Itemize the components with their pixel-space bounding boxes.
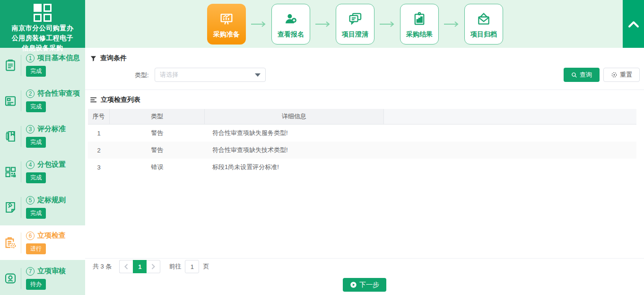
sidebar-item-project-check[interactable]: 6 立项检查 进行	[0, 225, 85, 260]
check-list-table: 序号 类型 详细信息 1 警告 符合性审查项缺失服务类型! 2 警告 符合性审查…	[88, 109, 636, 176]
workflow-step-label: 项目归档	[470, 30, 497, 39]
checklist-gear-icon	[0, 236, 21, 250]
workflow-steps: 采购准备 查看报名	[207, 4, 503, 45]
app-logo-icon	[34, 4, 52, 22]
step-number: 2	[26, 89, 35, 98]
list-icon	[90, 97, 97, 103]
status-badge: 完成	[26, 208, 46, 219]
id-card-icon	[0, 94, 21, 108]
next-step-button[interactable]: 下一步	[343, 278, 386, 292]
step-number: 1	[26, 54, 35, 63]
table-row: 2 警告 符合性审查项缺失技术类型!	[88, 142, 636, 159]
status-badge: 进行	[26, 243, 46, 254]
clipboard-lines-icon	[0, 58, 21, 72]
goto-label: 前往	[169, 262, 181, 271]
sidebar-header: 南京市分公司购置办公用房装修工程电子信息设备采购	[0, 0, 85, 48]
row-detail-cell: 符合性审查项缺失服务类型!	[205, 125, 384, 142]
total-count: 共 3 条	[93, 262, 112, 271]
sidebar-item-label: 评分标准	[37, 125, 66, 134]
workflow-step-procure-prepare[interactable]: 采购准备	[207, 4, 246, 45]
sidebar-item-label: 立项审核	[37, 267, 66, 276]
prev-page-button[interactable]	[119, 260, 133, 273]
sidebar-item-label: 项目基本信息	[37, 54, 80, 63]
play-circle-icon	[350, 281, 357, 288]
sidebar: 南京市分公司购置办公用房装修工程电子信息设备采购 1 项目基本信息 完成	[0, 0, 85, 295]
type-select[interactable]: 请选择	[155, 68, 266, 82]
pagination-bar: 共 3 条 1 前往 页	[85, 258, 644, 275]
status-badge: 待办	[26, 279, 46, 290]
main-content: 查询条件 类型: 请选择 查询	[85, 48, 644, 295]
status-badge: 完成	[26, 101, 46, 112]
list-section: 立项检查列表 序号 类型 详细信息 1 警告 符合性审查项缺失服务类型! 2 警…	[85, 90, 644, 176]
search-button[interactable]: 查询	[564, 68, 600, 82]
collapse-panel-button[interactable]	[623, 0, 644, 48]
filter-section: 查询条件 类型: 请选择 查询	[85, 48, 644, 90]
row-type-cell: 警告	[110, 125, 205, 142]
column-header: 详细信息	[205, 109, 384, 124]
sidebar-item-label: 定标规则	[37, 196, 66, 205]
list-section-title: 立项检查列表	[101, 96, 140, 104]
status-badge: 完成	[26, 66, 46, 77]
table-row: 3 错误 标段1尚未设置评分标准!	[88, 159, 636, 176]
column-header-filler	[384, 109, 636, 124]
gear-reset-icon	[611, 72, 618, 78]
row-type-cell: 警告	[110, 142, 205, 159]
person-add-icon	[283, 9, 299, 28]
row-index-cell: 2	[88, 142, 110, 159]
row-index-cell: 3	[88, 159, 110, 176]
workflow-step-label: 采购准备	[213, 30, 240, 39]
grid-blocks-icon	[0, 165, 21, 179]
pen-book-icon	[0, 129, 21, 143]
top-workflow-bar: 采购准备 查看报名	[85, 0, 644, 48]
goto-page-input[interactable]	[185, 260, 199, 273]
filter-funnel-icon	[90, 55, 97, 62]
chevron-down-icon	[255, 73, 261, 77]
step-number: 7	[26, 267, 35, 276]
workflow-step-label: 项目澄清	[342, 30, 368, 39]
sidebar-item-award-rules[interactable]: 5 定标规则 完成	[0, 190, 85, 224]
row-detail-cell: 符合性审查项缺失技术类型!	[205, 142, 384, 159]
audit-person-icon	[0, 271, 21, 286]
step-number: 4	[26, 161, 35, 169]
workflow-step-view-registration[interactable]: 查看报名	[271, 4, 310, 45]
sidebar-item-label: 分包设置	[37, 160, 66, 169]
status-badge: 完成	[26, 172, 46, 183]
type-label: 类型:	[135, 71, 149, 80]
mail-archive-icon	[476, 9, 492, 28]
arrow-right-icon	[379, 21, 395, 27]
row-detail-cell: 标段1尚未设置评分标准!	[205, 159, 384, 176]
workflow-step-label: 采购结果	[406, 30, 433, 39]
row-index-cell: 1	[88, 125, 110, 142]
page-number-button[interactable]: 1	[133, 260, 147, 273]
chevron-up-icon	[628, 20, 639, 28]
sidebar-item-compliance-review[interactable]: 2 符合性审查项 完成	[0, 83, 85, 118]
row-type-cell: 错误	[110, 159, 205, 176]
page-unit-label: 页	[203, 262, 209, 271]
result-clipboard-icon	[411, 9, 427, 28]
search-icon	[571, 72, 577, 78]
sidebar-item-package-settings[interactable]: 4 分包设置 完成	[0, 154, 85, 189]
sidebar-item-label: 符合性审查项	[37, 89, 80, 98]
arrow-right-icon	[444, 21, 460, 27]
chat-bubbles-icon	[347, 9, 363, 28]
doc-gavel-icon	[0, 200, 21, 215]
column-header: 类型	[110, 109, 205, 124]
workflow-step-label: 查看报名	[278, 30, 304, 39]
table-header-row: 序号 类型 详细信息	[88, 109, 636, 125]
workflow-step-project-clarify[interactable]: 项目澄清	[336, 4, 374, 45]
reset-button[interactable]: 重置	[603, 68, 640, 82]
arrow-right-icon	[251, 21, 267, 27]
sidebar-item-label: 立项检查	[37, 231, 66, 240]
workflow-step-project-archive[interactable]: 项目归档	[464, 4, 503, 45]
table-row: 1 警告 符合性审查项缺失服务类型!	[88, 125, 636, 142]
step-number: 6	[26, 232, 35, 240]
workflow-step-procure-result[interactable]: 采购结果	[400, 4, 439, 45]
filter-section-title: 查询条件	[100, 54, 127, 63]
sidebar-item-project-audit[interactable]: 7 立项审核 待办	[0, 261, 85, 295]
step-number: 3	[26, 125, 35, 134]
chart-board-icon	[218, 9, 235, 28]
next-page-button[interactable]	[147, 260, 160, 273]
step-number: 5	[26, 196, 35, 205]
status-badge: 完成	[26, 137, 46, 148]
sidebar-item-scoring-standard[interactable]: 3 评分标准 完成	[0, 119, 85, 153]
